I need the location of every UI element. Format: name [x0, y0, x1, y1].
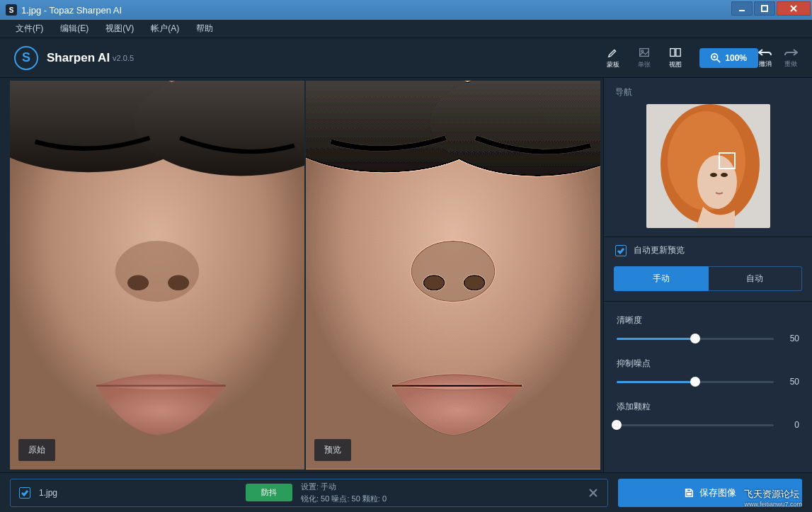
menu-bar: 文件(F) 编辑(E) 视图(V) 帐户(A) 帮助: [0, 20, 812, 38]
menu-account[interactable]: 帐户(A): [142, 23, 188, 35]
original-label: 原始: [18, 439, 55, 461]
file-checkbox[interactable]: [19, 487, 30, 499]
mask-tool-button[interactable]: 蒙板: [597, 44, 629, 72]
maximize-button[interactable]: [754, 1, 775, 16]
navigator-label: 导航: [615, 86, 801, 98]
noise-value: 50: [784, 377, 799, 387]
check-icon: [21, 489, 28, 496]
redo-icon: [784, 47, 798, 58]
navigator-thumbnail[interactable]: [646, 104, 770, 228]
svg-rect-1: [762, 6, 767, 11]
sharpness-value: 50: [784, 334, 799, 343]
svg-point-31: [721, 173, 728, 177]
window-title: 1.jpg - Topaz Sharpen AI: [21, 5, 731, 16]
svg-rect-6: [670, 49, 675, 57]
sliders-panel: 清晰度 50 抑制噪点 50 添加颗粒: [604, 301, 812, 451]
svg-rect-7: [676, 49, 680, 57]
redo-button[interactable]: 重做: [784, 47, 798, 69]
mode-manual-tab[interactable]: 手动: [614, 266, 709, 291]
noise-label: 抑制噪点: [617, 358, 799, 370]
app-icon: S: [6, 4, 17, 16]
undo-icon: [758, 47, 772, 58]
svg-point-22: [411, 241, 495, 302]
brush-icon: [607, 46, 619, 59]
zoom-button[interactable]: 100%: [699, 48, 758, 68]
window-titlebar: S 1.jpg - Topaz Sharpen AI: [0, 0, 812, 20]
compare-view-button[interactable]: 视图: [660, 44, 691, 72]
app-version: v2.0.5: [113, 54, 134, 62]
result-pane: 预览: [306, 81, 600, 470]
settings-sidebar: 导航 自动更新预览 手动: [603, 78, 812, 472]
svg-point-15: [115, 241, 199, 302]
image-icon: [638, 46, 651, 59]
file-settings: 设置: 手动 锐化: 50 噪点: 50 颗粒: 0: [301, 481, 579, 504]
sharpness-slider[interactable]: [617, 338, 774, 340]
result-label: 预览: [314, 439, 351, 461]
file-row[interactable]: 1.jpg 防抖 设置: 手动 锐化: 50 噪点: 50 颗粒: 0: [10, 479, 608, 507]
bottom-bar: 1.jpg 防抖 设置: 手动 锐化: 50 噪点: 50 颗粒: 0 保存图像: [0, 472, 812, 512]
svg-point-23: [423, 275, 445, 291]
menu-file[interactable]: 文件(F): [7, 23, 52, 35]
preview-area[interactable]: 原始: [0, 78, 603, 472]
menu-edit[interactable]: 编辑(E): [52, 23, 97, 35]
close-button[interactable]: [777, 1, 811, 16]
svg-point-30: [710, 173, 717, 177]
toolbar: S Sharpen AI v2.0.5 蒙板 单张 视图 100% 撤消 重做: [0, 38, 812, 78]
sharpen-logo-icon: S: [14, 46, 38, 70]
grain-slider[interactable]: [617, 424, 774, 426]
svg-point-17: [168, 275, 189, 291]
auto-update-label: 自动更新预览: [634, 244, 685, 256]
grain-value: 0: [784, 420, 799, 430]
split-view-icon: [669, 46, 682, 59]
menu-view[interactable]: 视图(V): [97, 23, 142, 35]
noise-slider[interactable]: [617, 381, 774, 383]
app-name: Sharpen AI: [47, 51, 110, 65]
save-image-button[interactable]: 保存图像: [618, 479, 802, 507]
file-close-button[interactable]: [588, 487, 599, 499]
svg-point-5: [641, 50, 644, 52]
check-icon: [617, 247, 624, 254]
save-icon: [684, 488, 694, 498]
minimize-button[interactable]: [731, 1, 753, 16]
mode-auto-tab[interactable]: 自动: [709, 266, 803, 291]
single-view-button[interactable]: 单张: [629, 44, 660, 72]
file-name: 1.jpg: [39, 488, 237, 498]
original-pane: 原始: [10, 81, 304, 470]
svg-point-16: [127, 275, 149, 291]
undo-button[interactable]: 撤消: [758, 47, 772, 69]
svg-line-9: [717, 59, 720, 62]
navigator-viewport[interactable]: [719, 152, 736, 169]
zoom-icon: [711, 53, 721, 63]
auto-update-checkbox[interactable]: [615, 245, 627, 256]
sharpness-label: 清晰度: [617, 314, 799, 326]
menu-help[interactable]: 帮助: [188, 23, 222, 35]
svg-point-24: [464, 275, 485, 291]
grain-label: 添加颗粒: [617, 401, 799, 413]
mode-badge: 防抖: [246, 484, 292, 501]
